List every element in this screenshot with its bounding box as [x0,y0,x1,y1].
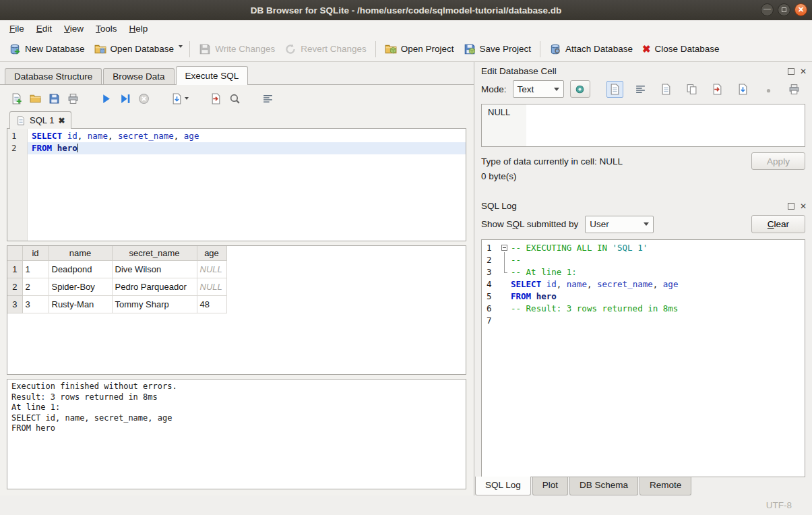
new-database-button[interactable]: New Database [4,39,90,59]
table-cell[interactable]: NULL [197,278,226,295]
table-cell[interactable]: Deadpond [49,260,112,278]
export-data-button[interactable] [735,81,751,98]
menu-item-help[interactable]: Help [123,22,154,36]
import-data-button[interactable] [709,81,726,98]
table-cell[interactable]: Pedro Parqueador [112,278,197,295]
close-panel-icon[interactable]: ✕ [800,68,807,75]
format-sql-button[interactable] [262,93,274,104]
open-sql-file-button[interactable] [30,93,41,104]
sql-log-header: SQL Log ✕ [474,197,812,213]
log-line: 3-- At line 1: [482,266,805,278]
tab-execute-sql[interactable]: Execute SQL [176,66,249,85]
sql-log-box[interactable]: 1-- EXECUTING ALL IN 'SQL 1'2--3-- At li… [481,239,805,477]
execute-line-button[interactable] [119,93,131,104]
submitter-select[interactable]: User [585,216,654,233]
clear-log-button[interactable]: Clear [751,215,805,233]
column-header[interactable]: name [49,246,112,260]
close-panel-icon[interactable]: ✕ [800,203,807,210]
open-database-button[interactable]: Open Database [90,39,179,59]
cell-info: Type of data currently in cell: NULL 0 b… [474,147,812,197]
sql-tab[interactable]: SQL 1 ✖ [9,111,71,129]
menu-item-file[interactable]: File [3,22,30,36]
table-cell[interactable]: 48 [197,295,226,313]
bottom-tab-plot[interactable]: Plot [532,477,568,495]
submitter-filter-label: Show SQL submitted by [481,219,578,229]
main-toolbar: New Database Open Database Write Changes… [0,36,812,62]
close-database-button[interactable]: ✖ Close Database [637,40,724,58]
column-header[interactable]: secret_name [112,246,197,260]
save-project-button[interactable]: Save Project [459,39,536,59]
title-bar[interactable]: DB Browser for SQLite - /home/user/code/… [0,0,812,20]
new-database-icon [9,43,21,55]
open-database-dropdown[interactable] [179,48,185,61]
menu-item-edit[interactable]: Edit [30,22,58,36]
minimize-button[interactable]: — [761,3,774,16]
save-project-icon [464,43,476,55]
open-database-icon [94,43,106,55]
table-cell[interactable]: 1 [22,260,49,278]
menu-item-view[interactable]: View [58,22,90,36]
table-row[interactable]: 11DeadpondDive WilsonNULL [7,260,226,278]
table-row[interactable]: 22Spider-BoyPedro ParqueadorNULL [7,278,226,295]
table-cell[interactable]: Spider-Boy [49,278,112,295]
import-in-cell-button[interactable] [570,80,590,98]
close-window-button[interactable]: ✕ [794,3,807,16]
apply-button[interactable]: Apply [751,152,805,170]
open-in-editor-button[interactable] [658,81,675,98]
revert-changes-button[interactable]: Revert Changes [280,39,371,59]
fold-marker[interactable] [501,242,511,254]
bottom-tab-sql-log[interactable]: SQL Log [475,477,531,495]
table-cell[interactable]: Rusty-Man [49,295,112,313]
chevron-down-icon [185,97,189,100]
execute-all-button[interactable] [100,93,112,104]
table-row[interactable]: 33Rusty-ManTommy Sharp48 [7,295,226,313]
execute-line-icon [119,93,131,104]
word-wrap-button[interactable] [632,81,649,98]
editor-code[interactable]: SELECT id, name, secret_name, ageFROM he… [28,129,466,241]
column-header[interactable]: id [22,246,49,260]
table-cell[interactable]: Tommy Sharp [112,295,197,313]
table-cell[interactable]: Dive Wilson [112,260,197,278]
new-sql-tab-button[interactable] [11,93,22,104]
print-sql-button[interactable] [67,93,79,104]
fold-marker [501,291,511,303]
row-header[interactable]: 3 [7,295,22,313]
float-panel-icon[interactable] [788,68,794,75]
set-null-button[interactable] [760,81,777,98]
maximize-button[interactable] [778,3,790,16]
row-header[interactable]: 1 [7,260,22,278]
save-results-button[interactable] [210,93,222,104]
copy-button[interactable] [683,81,700,98]
open-project-button[interactable]: Open Project [380,39,459,59]
chevron-down-icon [179,45,183,58]
row-header[interactable]: 2 [7,278,22,295]
cell-value-box[interactable]: NULL [481,104,805,147]
find-replace-button[interactable] [229,93,241,104]
bottom-tab-db-schema[interactable]: DB Schema [569,477,638,495]
write-changes-button[interactable]: Write Changes [194,39,280,59]
log-line-number: 4 [482,278,501,291]
table-cell[interactable]: 3 [22,295,49,313]
table-cell[interactable]: NULL [197,260,226,278]
stop-button[interactable] [138,93,150,104]
sql-editor[interactable]: 12 SELECT id, name, secret_name, ageFROM… [7,128,466,241]
text-mode-button[interactable] [606,81,623,98]
close-sql-tab-icon[interactable]: ✖ [58,116,65,125]
float-panel-icon[interactable] [788,203,794,210]
tab-database-structure[interactable]: Database Structure [5,68,102,84]
attach-database-icon [549,43,561,55]
export-results-button[interactable] [171,93,189,104]
bottom-tab-remote[interactable]: Remote [639,477,691,495]
editor-line[interactable]: FROM hero [28,142,466,154]
execution-status: Execution finished without errors.Result… [7,379,466,489]
column-header[interactable]: age [197,246,226,260]
tab-browse-data[interactable]: Browse Data [103,68,174,84]
attach-database-button[interactable]: Attach Database [544,39,637,59]
menu-item-tools[interactable]: Tools [90,22,123,36]
editor-line[interactable]: SELECT id, name, secret_name, age [28,130,466,142]
print-cell-button[interactable] [786,81,803,98]
sql-log-filter-row: Show SQL submitted by User Clear [474,213,812,235]
table-cell[interactable]: 2 [22,278,49,295]
save-sql-file-button[interactable] [49,93,60,104]
mode-select[interactable]: Text [513,80,564,98]
